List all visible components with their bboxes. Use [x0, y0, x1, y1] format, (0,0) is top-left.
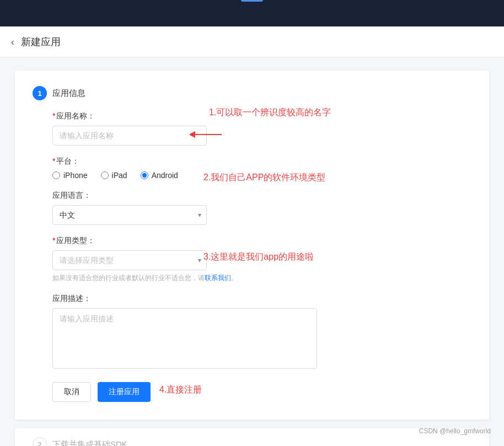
- language-select-wrapper: 中文 英文 ▾: [52, 205, 207, 225]
- form-card: 1 应用信息 *应用名称： 1.可以取一个辨识度较高的名字: [15, 71, 489, 420]
- step-2-row: 2 下载并集成基础SDK: [15, 428, 489, 446]
- button-group: 取消 注册应用 4.直接注册: [33, 382, 471, 402]
- back-arrow[interactable]: ‹: [11, 37, 14, 47]
- app-type-select[interactable]: 请选择应用类型: [52, 250, 207, 270]
- annotation-3: 3.这里就是我们app的用途啦: [203, 251, 314, 263]
- platform-label: *平台：: [52, 157, 471, 166]
- nav-indicator: [241, 0, 263, 2]
- platform-group: *平台： iPhone iPad Android: [33, 157, 471, 180]
- description-textarea[interactable]: [52, 308, 317, 369]
- app-type-select-wrapper: 请选择应用类型 ▾: [52, 250, 207, 270]
- app-name-input[interactable]: [52, 126, 207, 146]
- top-nav: [0, 0, 504, 26]
- radio-ipad[interactable]: iPad: [101, 171, 127, 180]
- register-button[interactable]: 注册应用: [98, 382, 151, 402]
- description-label: 应用描述：: [52, 294, 471, 304]
- app-type-hint: 如果没有适合您的行业或者默认的行业不适合您，请联系我们。: [52, 273, 328, 283]
- radio-group: iPhone iPad Android: [52, 171, 471, 180]
- cancel-button[interactable]: 取消: [52, 382, 91, 402]
- annotation-4: 4.直接注册: [159, 384, 202, 396]
- step-1-label: 应用信息: [52, 88, 85, 99]
- step-2-circle: 2: [33, 437, 47, 446]
- step-1-circle: 1: [33, 86, 47, 100]
- contact-link[interactable]: 联系我们: [205, 274, 231, 282]
- radio-android[interactable]: Android: [141, 171, 178, 180]
- app-type-label: *应用类型：: [52, 236, 471, 246]
- step-2-label: 下载并集成基础SDK: [52, 439, 127, 447]
- bottom-steps: 2 下载并集成基础SDK 3 初始化代码: [15, 428, 489, 446]
- page-title: 新建应用: [21, 35, 61, 49]
- watermark: CSDN @hello_gmfworld: [419, 427, 491, 435]
- app-name-label: *应用名称：: [52, 111, 471, 121]
- app-type-group: *应用类型： 请选择应用类型 ▾ 如果没有适合您的行业或者默认的行业不适合您，请…: [33, 236, 471, 283]
- language-select[interactable]: 中文 英文: [52, 205, 207, 225]
- app-name-group: *应用名称： 1.可以取一个辨识度较高的名字: [33, 111, 471, 146]
- page-header: ‹ 新建应用: [0, 26, 504, 57]
- step-1-header: 1 应用信息: [33, 86, 471, 100]
- language-label: 应用语言：: [52, 191, 471, 201]
- description-group: 应用描述：: [33, 294, 471, 371]
- language-group: 应用语言： 中文 英文 ▾: [33, 191, 471, 225]
- radio-iphone[interactable]: iPhone: [52, 171, 88, 180]
